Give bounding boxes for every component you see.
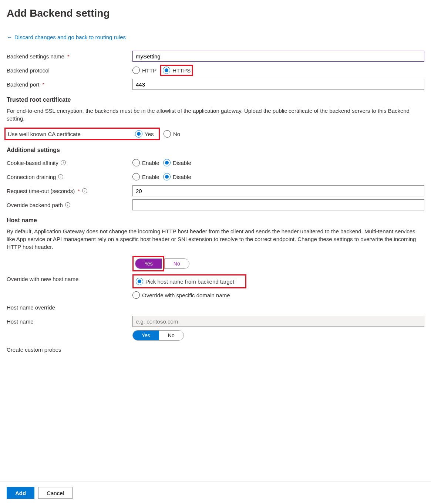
override-path-input[interactable]	[132, 199, 424, 210]
override-host-label: Override with new host name	[7, 276, 78, 282]
pick-host-highlight: Pick host name from backend target	[132, 274, 246, 288]
yes-pill-highlight: Yes	[132, 256, 164, 271]
pick-host-radio[interactable]	[136, 278, 143, 285]
cookie-enable-radio[interactable]	[132, 159, 140, 166]
hostname-input	[132, 316, 424, 327]
use-ca-label: Use well known CA certificate	[8, 131, 131, 137]
info-icon[interactable]: i	[58, 174, 63, 179]
info-icon[interactable]: i	[65, 202, 70, 207]
additional-heading: Additional settings	[7, 147, 424, 153]
port-label: Backend port	[7, 81, 39, 88]
protocol-http-radio[interactable]	[132, 67, 140, 74]
override-path-label: Override backend path	[7, 202, 63, 208]
protocol-https-radio[interactable]	[163, 67, 170, 74]
protocol-https-text: HTTPS	[172, 67, 191, 74]
drain-disable-text: Disable	[173, 174, 191, 180]
required-asterisk: *	[42, 81, 44, 88]
timeout-input[interactable]	[132, 185, 424, 196]
drain-enable-radio[interactable]	[132, 173, 140, 180]
custom-probes-label: Create custom probes	[7, 346, 61, 353]
override-domain-radio[interactable]	[132, 291, 140, 299]
settings-name-input[interactable]	[132, 51, 424, 62]
protocol-label: Backend protocol	[7, 67, 50, 74]
cookie-disable-text: Disable	[173, 160, 191, 166]
https-highlight: HTTPS	[160, 65, 193, 76]
use-ca-highlight: Use well known CA certificate Yes	[4, 128, 160, 140]
trusted-root-heading: Trusted root certificate	[7, 97, 424, 103]
custom-probes-yes-pill[interactable]: Yes	[133, 331, 159, 340]
required-asterisk: *	[67, 53, 70, 60]
hostname-label: Host name	[7, 318, 34, 325]
cookie-disable-radio[interactable]	[163, 159, 171, 166]
override-domain-text: Override with specific domain name	[142, 292, 230, 298]
pick-host-text: Pick host name from backend target	[145, 278, 234, 285]
override-host-yes-pill[interactable]: Yes	[135, 259, 162, 268]
hostname-heading: Host name	[7, 217, 424, 224]
cookie-label: Cookie-based affinity	[7, 160, 58, 166]
use-ca-yes-text: Yes	[145, 131, 154, 137]
page-title: Add Backend setting	[7, 7, 424, 19]
override-host-no-pill[interactable]: No	[165, 259, 189, 268]
use-ca-no-radio[interactable]	[164, 130, 171, 138]
hostname-override-label: Host name override	[7, 304, 55, 311]
drain-label: Connection draining	[7, 174, 56, 180]
timeout-label: Request time-out (seconds)	[7, 188, 75, 194]
trusted-root-desc: For end-to-end SSL encryption, the backe…	[7, 107, 424, 122]
hostname-desc: By default, Application Gateway does not…	[7, 227, 424, 251]
protocol-http-text: HTTP	[142, 67, 156, 74]
use-ca-no-text: No	[173, 131, 180, 137]
custom-probes-no-pill[interactable]: No	[159, 331, 183, 340]
cookie-enable-text: Enable	[142, 160, 159, 166]
arrow-left-icon: ←	[7, 34, 12, 40]
discard-back-link[interactable]: ← Discard changes and go back to routing…	[7, 34, 126, 40]
info-icon[interactable]: i	[61, 160, 66, 165]
drain-disable-radio[interactable]	[163, 173, 171, 180]
back-link-text: Discard changes and go back to routing r…	[14, 34, 126, 40]
settings-name-label: Backend settings name	[7, 53, 64, 60]
required-asterisk: *	[78, 188, 80, 194]
port-input[interactable]	[132, 79, 424, 90]
use-ca-yes-radio[interactable]	[135, 130, 142, 138]
drain-enable-text: Enable	[142, 174, 159, 180]
info-icon[interactable]: i	[82, 188, 87, 193]
